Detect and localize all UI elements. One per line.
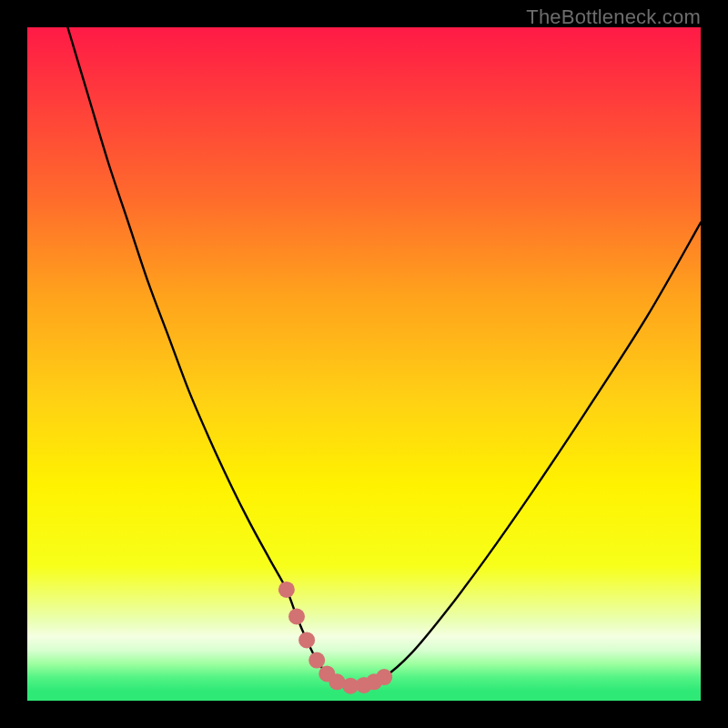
highlight-dot	[288, 609, 305, 625]
plot-area	[27, 27, 701, 701]
highlight-dot	[308, 652, 325, 669]
highlight-dot	[278, 581, 295, 598]
markers-layer	[27, 27, 701, 701]
watermark-text: TheBottleneck.com	[526, 5, 701, 29]
highlight-dot	[376, 669, 392, 685]
highlight-dot	[298, 632, 315, 648]
highlight-dots	[278, 581, 392, 694]
chart-frame: TheBottleneck.com	[0, 0, 728, 728]
